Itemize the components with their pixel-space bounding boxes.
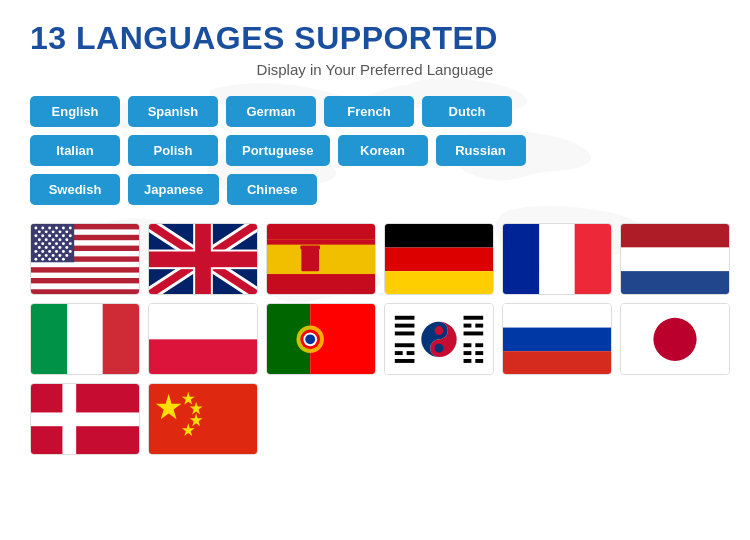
- svg-point-113: [435, 344, 444, 353]
- svg-point-46: [62, 250, 65, 253]
- svg-rect-5: [31, 267, 139, 272]
- flag-poland: [148, 303, 258, 375]
- svg-rect-122: [149, 384, 257, 455]
- lang-dutch: Dutch: [422, 96, 512, 127]
- svg-rect-74: [385, 248, 493, 272]
- flag-portugal: [266, 303, 376, 375]
- svg-rect-77: [539, 224, 574, 295]
- svg-point-25: [69, 234, 72, 237]
- svg-point-47: [69, 250, 72, 253]
- flag-usa: [30, 223, 140, 295]
- svg-rect-84: [103, 304, 139, 375]
- svg-point-40: [58, 246, 61, 249]
- svg-rect-99: [475, 324, 483, 328]
- svg-rect-97: [464, 316, 484, 320]
- svg-rect-96: [395, 331, 415, 335]
- svg-rect-72: [300, 246, 320, 250]
- svg-rect-7: [31, 289, 139, 294]
- flag-denmark: [30, 383, 140, 455]
- svg-point-33: [48, 242, 51, 245]
- svg-point-27: [45, 238, 48, 241]
- flags-section: [30, 223, 720, 455]
- flag-uk: [148, 223, 258, 295]
- svg-rect-114: [503, 304, 611, 328]
- svg-point-9: [34, 226, 37, 229]
- svg-point-32: [41, 242, 44, 245]
- svg-rect-66: [149, 251, 257, 267]
- svg-point-112: [435, 326, 444, 335]
- svg-point-53: [34, 258, 37, 261]
- svg-rect-115: [503, 328, 611, 352]
- svg-point-26: [38, 238, 41, 241]
- svg-point-36: [69, 242, 72, 245]
- languages-grid: English Spanish German French Dutch Ital…: [30, 96, 720, 205]
- svg-rect-83: [67, 304, 102, 375]
- lang-portuguese: Portuguese: [226, 135, 330, 166]
- svg-rect-108: [475, 351, 483, 355]
- language-row-2: Italian Polish Portuguese Korean Russian: [30, 135, 720, 166]
- svg-rect-69: [267, 240, 375, 245]
- svg-rect-76: [503, 224, 539, 295]
- svg-point-17: [52, 230, 55, 233]
- svg-point-50: [52, 254, 55, 257]
- svg-rect-100: [464, 331, 484, 335]
- svg-rect-75: [385, 271, 493, 295]
- svg-point-39: [52, 246, 55, 249]
- language-row-3: Swedish Japanese Chinese: [30, 174, 720, 205]
- svg-point-23: [55, 234, 58, 237]
- lang-italian: Italian: [30, 135, 120, 166]
- lang-french: French: [324, 96, 414, 127]
- svg-rect-68: [267, 240, 375, 279]
- svg-rect-82: [31, 304, 67, 375]
- flag-italy: [30, 303, 140, 375]
- flag-spain: [266, 223, 376, 295]
- flags-row-1: [30, 223, 720, 295]
- svg-point-56: [55, 258, 58, 261]
- lang-japanese: Japanese: [128, 174, 219, 205]
- flags-row-2: [30, 303, 720, 375]
- svg-point-45: [55, 250, 58, 253]
- svg-rect-86: [149, 339, 257, 374]
- flag-korea: [384, 303, 494, 375]
- svg-rect-73: [385, 224, 493, 248]
- flag-russia: [502, 303, 612, 375]
- svg-point-29: [58, 238, 61, 241]
- svg-point-34: [55, 242, 58, 245]
- svg-rect-85: [149, 304, 257, 339]
- svg-rect-103: [407, 351, 415, 355]
- svg-rect-81: [621, 271, 729, 295]
- svg-rect-121: [31, 412, 139, 426]
- svg-point-14: [69, 226, 72, 229]
- svg-point-12: [55, 226, 58, 229]
- svg-point-19: [65, 230, 68, 233]
- svg-point-31: [34, 242, 37, 245]
- svg-rect-105: [464, 343, 472, 347]
- svg-rect-102: [395, 351, 403, 355]
- page-subtitle: Display in Your Preferred Language: [30, 61, 720, 78]
- svg-point-35: [62, 242, 65, 245]
- svg-point-10: [41, 226, 44, 229]
- lang-swedish: Swedish: [30, 174, 120, 205]
- svg-point-51: [58, 254, 61, 257]
- svg-rect-106: [475, 343, 483, 347]
- svg-rect-70: [267, 274, 375, 279]
- svg-point-42: [34, 250, 37, 253]
- svg-point-55: [48, 258, 51, 261]
- svg-point-22: [48, 234, 51, 237]
- svg-point-20: [34, 234, 37, 237]
- svg-point-24: [62, 234, 65, 237]
- svg-point-16: [45, 230, 48, 233]
- svg-point-30: [65, 238, 68, 241]
- svg-point-57: [62, 258, 65, 261]
- svg-point-37: [38, 246, 41, 249]
- flag-germany: [384, 223, 494, 295]
- svg-point-41: [65, 246, 68, 249]
- svg-point-18: [58, 230, 61, 233]
- svg-rect-94: [395, 316, 415, 320]
- svg-rect-110: [475, 359, 483, 363]
- svg-rect-107: [464, 351, 472, 355]
- flag-japan: [620, 303, 730, 375]
- flag-china: [148, 383, 258, 455]
- svg-point-118: [653, 318, 696, 361]
- svg-rect-101: [395, 343, 415, 347]
